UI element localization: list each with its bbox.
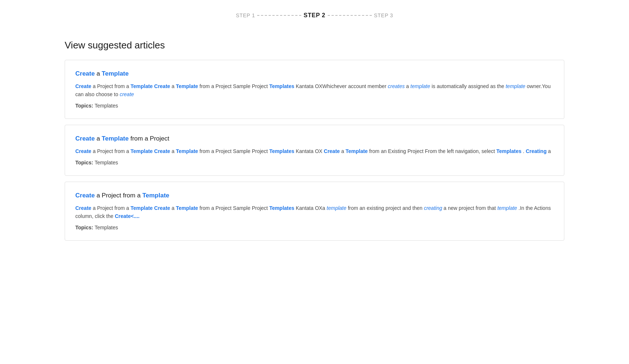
article-1-excerpt-create1[interactable]: Create xyxy=(75,83,91,89)
article-1-excerpt-template2[interactable]: Template xyxy=(176,83,198,89)
article-3-excerpt-template4[interactable]: template xyxy=(497,205,517,211)
step-indicator: STEP 1 STEP 2 STEP 3 xyxy=(65,0,564,38)
article-card-2: Create a Template from a Project Create … xyxy=(65,125,564,176)
section-title: View suggested articles xyxy=(65,38,564,52)
article-1-excerpt-templates[interactable]: Templates xyxy=(269,83,294,89)
articles-list: Create a Template Create a Project from … xyxy=(65,60,564,247)
article-card-3: Create a Project from a Template Create … xyxy=(65,182,564,241)
article-3-topics-label: Topics: xyxy=(75,225,93,230)
article-2-excerpt-create2[interactable]: Create xyxy=(154,148,170,154)
step-3-label: STEP 3 xyxy=(374,12,393,19)
article-1-title-create[interactable]: Create xyxy=(75,70,95,77)
article-2-excerpt-template3[interactable]: Template xyxy=(345,148,367,154)
step-1-connector xyxy=(257,15,301,16)
article-1-topics-value: Templates xyxy=(94,103,118,109)
article-3-title[interactable]: Create a Project from a Template xyxy=(75,191,554,200)
article-3-topics: Topics: Templates xyxy=(75,224,554,232)
step-1-label: STEP 1 xyxy=(236,12,255,19)
article-1-excerpt: Create a Project from a Template Create … xyxy=(75,82,554,99)
article-1-excerpt-template1[interactable]: Template xyxy=(130,83,152,89)
article-1-excerpt-template3[interactable]: template xyxy=(410,83,430,89)
article-2-title-template[interactable]: Template xyxy=(102,135,129,142)
article-3-title-create[interactable]: Create xyxy=(75,192,95,199)
step-2-item: STEP 2 xyxy=(303,11,326,20)
article-3-excerpt-templates[interactable]: Templates xyxy=(269,205,294,211)
article-3-excerpt-creating[interactable]: creating xyxy=(424,205,442,211)
article-1-topics-label: Topics: xyxy=(75,103,93,109)
article-3-excerpt-create2[interactable]: Create xyxy=(154,205,170,211)
step-2-connector xyxy=(328,15,372,16)
article-1-excerpt-create2[interactable]: Create xyxy=(154,83,170,89)
article-3-excerpt-template1[interactable]: Template xyxy=(130,205,152,211)
article-2-title-create[interactable]: Create xyxy=(75,135,95,142)
article-2-excerpt-templates2[interactable]: Templates xyxy=(496,148,521,154)
article-2-excerpt: Create a Project from a Template Create … xyxy=(75,147,554,155)
article-2-excerpt-create3[interactable]: Create xyxy=(324,148,340,154)
article-1-excerpt-creates[interactable]: creates xyxy=(388,83,405,89)
article-2-title[interactable]: Create a Template from a Project xyxy=(75,134,554,143)
article-3-topics-value: Templates xyxy=(94,225,118,230)
step-2-label: STEP 2 xyxy=(303,11,326,20)
article-3-excerpt-template3[interactable]: template xyxy=(327,205,346,211)
article-1-title-template[interactable]: Template xyxy=(102,70,129,77)
article-2-topics: Topics: Templates xyxy=(75,159,554,167)
article-1-title-a: a xyxy=(97,70,102,77)
article-3-excerpt-create-link[interactable]: Create<.... xyxy=(115,213,139,219)
step-3-item: STEP 3 xyxy=(374,12,393,19)
article-2-excerpt-templates[interactable]: Templates xyxy=(269,148,294,154)
article-3-excerpt: Create a Project from a Template Create … xyxy=(75,204,554,221)
article-3-excerpt-create1[interactable]: Create xyxy=(75,205,91,211)
article-1-excerpt-template4[interactable]: template xyxy=(506,83,525,89)
article-1-topics: Topics: Templates xyxy=(75,102,554,110)
article-card-1: Create a Template Create a Project from … xyxy=(65,60,564,119)
article-2-topics-value: Templates xyxy=(94,160,118,165)
article-1-title[interactable]: Create a Template xyxy=(75,69,554,79)
article-2-excerpt-template1[interactable]: Template xyxy=(130,148,152,154)
article-1-excerpt-create3[interactable]: create xyxy=(120,91,134,97)
article-2-topics-label: Topics: xyxy=(75,160,93,165)
article-2-excerpt-creating[interactable]: Creating xyxy=(526,148,547,154)
article-2-excerpt-create1[interactable]: Create xyxy=(75,148,91,154)
article-3-excerpt-template2[interactable]: Template xyxy=(176,205,198,211)
article-3-title-template[interactable]: Template xyxy=(142,192,169,199)
article-2-excerpt-template2[interactable]: Template xyxy=(176,148,198,154)
step-1-item: STEP 1 xyxy=(236,12,255,19)
